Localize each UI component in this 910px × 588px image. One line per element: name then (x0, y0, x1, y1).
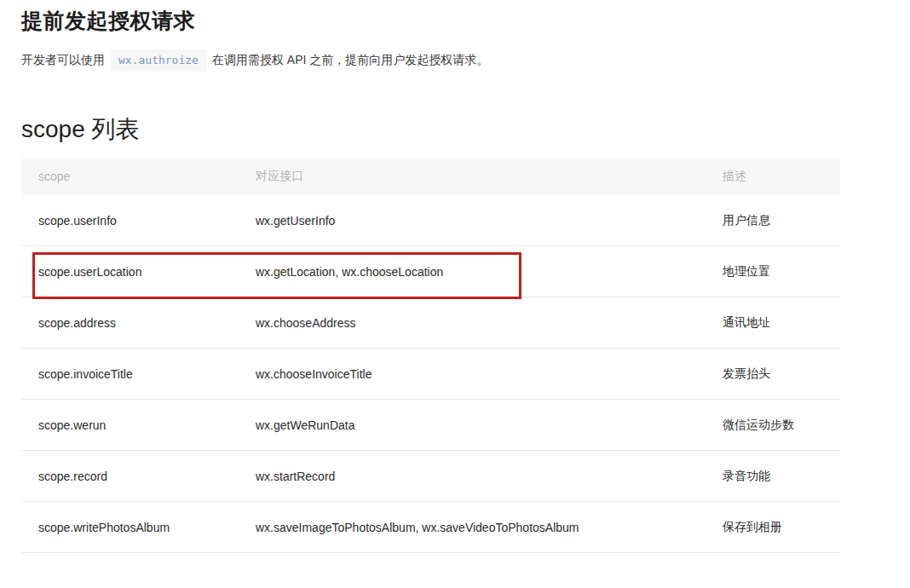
column-header-scope: scope (21, 158, 239, 195)
cell-desc: 保存到相册 (706, 502, 840, 553)
table-row: scope.writePhotosAlbum wx.saveImageToPho… (21, 502, 840, 553)
cell-desc: 发票抬头 (706, 349, 840, 400)
cell-scope: scope.address (21, 297, 239, 349)
cell-api: wx.getLocation, wx.chooseLocation (239, 246, 706, 297)
table-row: scope.werun wx.getWeRunData 微信运动步数 (21, 400, 840, 451)
cell-api: wx.saveImageToPhotosAlbum, wx.saveVideoT… (239, 502, 706, 553)
header-row: scope 对应接口 描述 (21, 158, 840, 195)
doc-page: 提前发起授权请求 开发者可以使用wx.authroize在调用需授权 API 之… (0, 0, 910, 588)
cell-api: wx.chooseInvoiceTitle (239, 349, 706, 400)
cell-scope: scope.record (21, 451, 239, 502)
cell-desc: 通讯地址 (706, 297, 840, 349)
cell-api: wx.chooseAddress (239, 297, 706, 349)
column-header-desc: 描述 (706, 158, 840, 195)
intro-paragraph: 开发者可以使用wx.authroize在调用需授权 API 之前，提前向用户发起… (21, 49, 488, 72)
section-heading-scope-list: scope 列表 (21, 113, 140, 146)
table-row: scope.address wx.chooseAddress 通讯地址 (21, 297, 840, 349)
table-row: scope.record wx.startRecord 录音功能 (21, 451, 840, 502)
intro-text-before: 开发者可以使用 (21, 53, 105, 66)
cell-api: wx.startRecord (239, 451, 706, 502)
scope-table: scope 对应接口 描述 scope.userInfo wx.getUserI… (21, 158, 840, 553)
cell-scope: scope.writePhotosAlbum (21, 502, 239, 553)
column-header-api: 对应接口 (239, 158, 706, 195)
cell-desc: 用户信息 (706, 195, 840, 246)
page-title: 提前发起授权请求 (21, 7, 195, 35)
cell-desc: 地理位置 (706, 246, 840, 297)
intro-text-after: 在调用需授权 API 之前，提前向用户发起授权请求。 (212, 53, 488, 66)
cell-scope: scope.userInfo (21, 195, 239, 246)
cell-scope: scope.werun (21, 400, 239, 451)
cell-api: wx.getWeRunData (239, 400, 706, 451)
cell-desc: 微信运动步数 (706, 400, 840, 451)
scope-table-header: scope 对应接口 描述 (21, 158, 840, 195)
cell-desc: 录音功能 (706, 451, 840, 502)
inline-code-wx-authorize: wx.authroize (111, 49, 206, 72)
scope-table-body: scope.userInfo wx.getUserInfo 用户信息 scope… (21, 195, 840, 553)
table-row: scope.userLocation wx.getLocation, wx.ch… (21, 246, 840, 297)
table-row: scope.userInfo wx.getUserInfo 用户信息 (21, 195, 840, 246)
cell-api: wx.getUserInfo (239, 195, 706, 246)
cell-scope: scope.invoiceTitle (21, 349, 239, 400)
table-row: scope.invoiceTitle wx.chooseInvoiceTitle… (21, 349, 840, 400)
cell-scope: scope.userLocation (21, 246, 239, 297)
